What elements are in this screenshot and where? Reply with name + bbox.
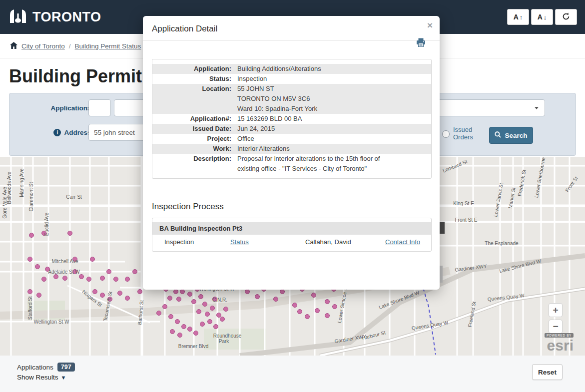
map-marker[interactable] xyxy=(298,310,302,314)
map-marker[interactable] xyxy=(312,293,316,298)
map-marker[interactable] xyxy=(274,297,278,302)
application-number-prefix-input[interactable] xyxy=(88,99,111,116)
detail-value: 15 163269 BLD 00 BA xyxy=(237,114,307,124)
detail-value: Building Additions/Alterations xyxy=(237,64,326,74)
map-marker[interactable] xyxy=(205,312,210,317)
issued-orders-radio[interactable] xyxy=(442,130,450,138)
map-marker[interactable] xyxy=(100,293,105,298)
map-marker[interactable] xyxy=(169,315,173,319)
print-icon xyxy=(416,41,426,48)
map-marker[interactable] xyxy=(175,320,180,324)
map-street-label: Mitchell Ave xyxy=(51,259,78,264)
applications-label: Applications xyxy=(17,364,53,371)
detail-label: Project: xyxy=(152,134,237,144)
map-marker[interactable] xyxy=(118,291,122,296)
map-marker[interactable] xyxy=(217,313,221,318)
map-marker[interactable] xyxy=(174,290,178,294)
map-marker[interactable] xyxy=(305,315,310,319)
font-decrease-button[interactable]: A↓ xyxy=(531,9,553,25)
map-marker[interactable] xyxy=(325,300,330,304)
contact-info-link[interactable]: Contact Info xyxy=(385,238,431,246)
map-marker[interactable] xyxy=(325,314,330,318)
map-marker[interactable] xyxy=(180,290,185,294)
show-results-label: Show Results xyxy=(17,374,58,381)
map-marker[interactable] xyxy=(90,257,95,262)
font-increase-label: A xyxy=(514,13,519,21)
map-marker[interactable] xyxy=(203,302,207,307)
map-marker[interactable] xyxy=(199,295,203,299)
map-marker[interactable] xyxy=(87,277,91,282)
detail-row: Work:Interior Alterations xyxy=(152,144,431,154)
zoom-in-button[interactable]: + xyxy=(549,303,563,317)
search-button[interactable]: Search xyxy=(489,127,533,144)
detail-row: Project:Office xyxy=(152,134,431,144)
map-street-label: Wellington St W xyxy=(34,319,70,325)
inspection-table: BA Building Inspection Pt3 InspectionSta… xyxy=(152,218,432,252)
map-marker[interactable] xyxy=(42,277,46,282)
accessibility-buttons: A↑ A↓ xyxy=(507,9,577,25)
map-marker[interactable] xyxy=(197,310,201,314)
map-marker[interactable] xyxy=(93,290,97,294)
map-marker[interactable] xyxy=(163,305,167,309)
toronto-logo[interactable]: TORONTO xyxy=(8,7,101,26)
map-marker[interactable] xyxy=(220,317,225,322)
show-results-toggle[interactable]: Show Results ▼ xyxy=(17,374,66,381)
map-marker[interactable] xyxy=(138,290,142,294)
map-marker[interactable] xyxy=(224,307,228,312)
map-marker[interactable] xyxy=(170,330,175,334)
map-marker[interactable] xyxy=(68,231,72,236)
map-marker[interactable] xyxy=(54,275,58,279)
map-marker[interactable] xyxy=(315,309,320,313)
breadcrumb-current-link[interactable]: Building Permit Status xyxy=(75,42,141,50)
breadcrumb-home-link[interactable]: City of Toronto xyxy=(21,42,65,50)
map-marker[interactable] xyxy=(245,290,250,294)
map-marker[interactable] xyxy=(63,276,67,281)
map-marker[interactable] xyxy=(333,305,337,309)
map-marker[interactable] xyxy=(29,233,34,238)
map-marker[interactable] xyxy=(133,270,137,274)
status-link[interactable]: Status xyxy=(230,238,305,246)
map-street-label: Adelaide St W xyxy=(48,269,80,275)
map-marker[interactable] xyxy=(107,270,111,274)
map-street-label: Carr St xyxy=(66,194,82,200)
info-icon[interactable]: i xyxy=(53,129,61,136)
map-marker[interactable] xyxy=(255,295,260,299)
map-marker[interactable] xyxy=(188,327,192,332)
map-marker[interactable] xyxy=(293,303,297,308)
refresh-button[interactable] xyxy=(555,9,577,25)
reset-button[interactable]: Reset xyxy=(532,364,563,380)
map-marker[interactable] xyxy=(114,277,118,282)
map-marker[interactable] xyxy=(208,320,212,324)
map-marker[interactable] xyxy=(192,300,196,304)
map-marker[interactable] xyxy=(178,333,182,338)
map-marker[interactable] xyxy=(28,290,32,294)
detail-label: Location: xyxy=(152,84,237,114)
print-button[interactable] xyxy=(416,38,426,48)
map-street-label: King St E xyxy=(453,201,474,206)
map-marker[interactable] xyxy=(182,325,186,329)
map-marker[interactable] xyxy=(214,325,218,329)
font-increase-button[interactable]: A↑ xyxy=(507,9,529,25)
modal-header: Application Detail × xyxy=(143,16,440,41)
close-icon[interactable]: × xyxy=(427,20,433,30)
map-marker[interactable] xyxy=(100,276,105,281)
map-marker[interactable] xyxy=(157,311,161,316)
brand-wordmark: TORONTO xyxy=(32,9,101,25)
map-marker[interactable] xyxy=(188,292,192,297)
map-marker[interactable] xyxy=(168,296,172,301)
results-bar: Applications 797 Show Results ▼ Reset xyxy=(0,356,585,392)
map-marker[interactable] xyxy=(177,297,181,302)
map-marker[interactable] xyxy=(200,322,205,327)
map-street-label: Roundhouse xyxy=(213,333,242,339)
map-marker[interactable] xyxy=(210,306,215,311)
map-marker[interactable] xyxy=(280,290,285,294)
map-marker[interactable] xyxy=(37,293,41,298)
map-marker[interactable] xyxy=(35,265,40,269)
map-marker[interactable] xyxy=(125,296,130,301)
map-marker[interactable] xyxy=(125,277,130,282)
inspection-process-heading: Inspection Process xyxy=(152,202,224,212)
map-marker[interactable] xyxy=(79,275,84,279)
detail-value: Interior Alterations xyxy=(237,144,295,154)
map-marker[interactable] xyxy=(28,257,32,262)
map-marker[interactable] xyxy=(194,331,198,336)
